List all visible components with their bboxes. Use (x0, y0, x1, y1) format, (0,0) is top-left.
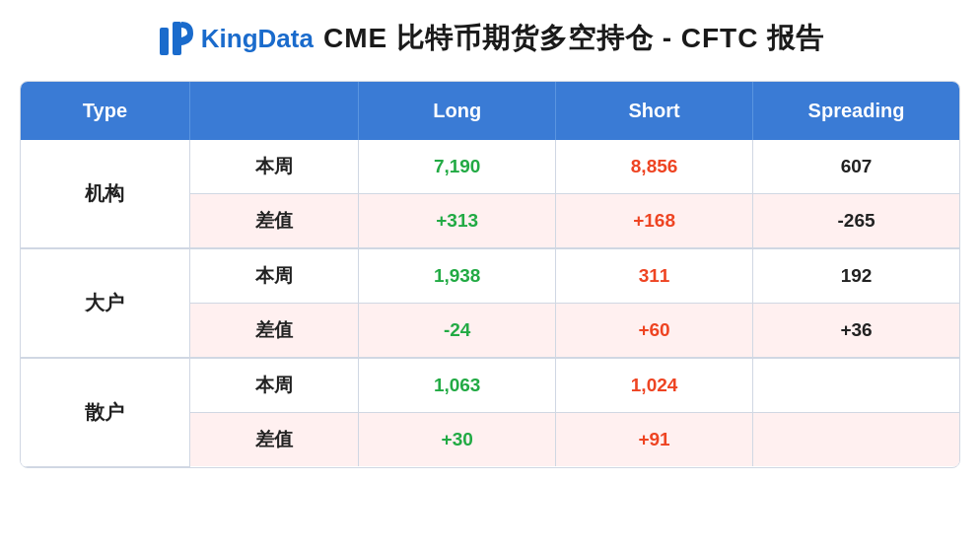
cell-short: +91 (556, 413, 753, 467)
cell-period: 差值 (189, 413, 358, 467)
table-header-row: Type Long Short Spreading (21, 82, 959, 140)
page-title: CME 比特币期货多空持仓 - CFTC 报告 (323, 20, 824, 57)
cell-spread (753, 358, 959, 413)
col-header-long: Long (359, 82, 556, 140)
col-header-period (189, 82, 358, 140)
cell-type: 机构 (21, 140, 189, 248)
cell-spread (753, 413, 959, 467)
cell-spread: -265 (753, 194, 959, 249)
cell-long: 7,190 (359, 140, 556, 194)
cell-short: +168 (556, 194, 753, 249)
kingdata-logo-icon (156, 18, 197, 59)
svg-rect-1 (173, 22, 181, 55)
cell-spread: 192 (753, 248, 959, 304)
cell-type: 大户 (21, 248, 189, 358)
logo-text: KingData (201, 24, 314, 54)
data-table-wrapper: Type Long Short Spreading 机构本周7,1908,856… (20, 81, 960, 468)
cell-spread: 607 (753, 140, 959, 194)
table-row: 大户本周1,938311192 (21, 248, 959, 304)
cell-period: 本周 (189, 248, 358, 304)
cell-short: 311 (556, 248, 753, 304)
cell-spread: +36 (753, 304, 959, 359)
col-header-spread: Spreading (753, 82, 959, 140)
page-header: KingData CME 比特币期货多空持仓 - CFTC 报告 (20, 18, 960, 59)
cell-period: 本周 (189, 140, 358, 194)
cell-period: 差值 (189, 304, 358, 359)
cell-long: 1,938 (359, 248, 556, 304)
cell-long: -24 (359, 304, 556, 359)
cell-long: +313 (359, 194, 556, 249)
cell-long: +30 (359, 413, 556, 467)
svg-rect-0 (160, 28, 169, 55)
cell-period: 差值 (189, 194, 358, 249)
cell-type: 散户 (21, 358, 189, 466)
table-row: 散户本周1,0631,024 (21, 358, 959, 413)
data-table: Type Long Short Spreading 机构本周7,1908,856… (21, 82, 959, 467)
cell-short: 1,024 (556, 358, 753, 413)
logo-container: KingData (156, 18, 314, 59)
cell-short: +60 (556, 304, 753, 359)
col-header-type: Type (21, 82, 189, 140)
col-header-short: Short (556, 82, 753, 140)
cell-period: 本周 (189, 358, 358, 413)
cell-long: 1,063 (359, 358, 556, 413)
cell-short: 8,856 (556, 140, 753, 194)
table-row: 机构本周7,1908,856607 (21, 140, 959, 194)
